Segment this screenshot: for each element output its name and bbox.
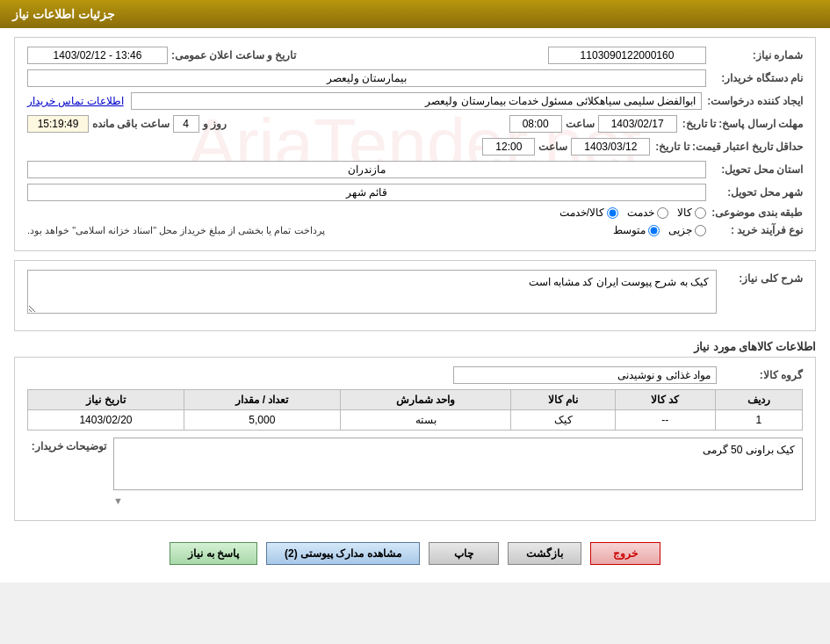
row-ijad-konande: ایجاد کننده درخواست: ابوالفضل سلیمی سیاه… bbox=[27, 92, 803, 110]
sherh-section: شرح کلی نیاز: <script>document.currentSc… bbox=[14, 260, 816, 331]
tabaqe-kala-option[interactable]: کالا bbox=[677, 206, 706, 219]
col-tarikh-niaz: تاریخ نیاز bbox=[28, 390, 184, 410]
hadaqal-saat-label: ساعت bbox=[538, 141, 567, 153]
payment-note: پرداخت تمام یا بخشی از مبلغ خریداز محل "… bbox=[27, 225, 325, 236]
tabaqe-khadmat-option[interactable]: خدمت bbox=[627, 206, 668, 219]
mohlat-baqi-label: ساعت باقی مانده bbox=[92, 118, 170, 130]
row-hadaqal: حداقل تاریخ اعتبار قیمت: تا تاریخ: 1403/… bbox=[27, 138, 803, 156]
nam-dastgah-label: نام دستگاه خریدار: bbox=[706, 72, 803, 84]
shomare-niaz-value: 1103090122000160 bbox=[548, 47, 706, 64]
hadaqal-label: حداقل تاریخ اعتبار قیمت: تا تاریخ: bbox=[650, 141, 803, 153]
tawzih-label: توضیحات خریدار: bbox=[27, 438, 106, 452]
table-row: 1--کیکبسته5,0001403/02/20 bbox=[28, 410, 803, 431]
mohlat-date: 1403/02/17 bbox=[598, 115, 677, 133]
tarikh-elan-value: 1403/02/12 - 13:46 bbox=[27, 47, 168, 64]
mohlat-label: مهلت ارسال پاسخ: تا تاریخ: bbox=[677, 118, 803, 130]
sherh-label: شرح کلی نیاز: bbox=[724, 270, 803, 285]
page-title: جزئیات اطلاعات نیاز bbox=[12, 7, 115, 21]
ostan-value: مازندران bbox=[27, 161, 706, 178]
khorooj-button[interactable]: خروج bbox=[590, 542, 660, 565]
gorohe-kala-value: مواد غذائی و نوشیدنی bbox=[453, 366, 717, 384]
ettelaat-tamas-link[interactable]: اطلاعات تماس خریدار bbox=[27, 95, 124, 107]
page-header: جزئیات اطلاعات نیاز bbox=[0, 0, 830, 28]
row-mohlat: مهلت ارسال پاسخ: تا تاریخ: 1403/02/17 سا… bbox=[27, 115, 803, 133]
row-nam-dastgah: نام دستگاه خریدار: بیمارستان ولیعصر bbox=[27, 69, 803, 87]
col-nam-kala: نام کالا bbox=[511, 390, 616, 410]
gorohe-kala-row: گروه کالا: مواد غذائی و نوشیدنی bbox=[27, 366, 803, 384]
sherh-row: شرح کلی نیاز: <script>document.currentSc… bbox=[27, 270, 803, 316]
noefarayand-jazii-option[interactable]: جزیی bbox=[668, 224, 706, 236]
nam-dastgah-value: بیمارستان ولیعصر bbox=[27, 69, 706, 87]
tabaqe-khadmat-radio[interactable] bbox=[657, 207, 668, 219]
tawzih-value: کیک براونی 50 گرمی bbox=[113, 438, 803, 490]
gorohe-kala-content: مواد غذائی و نوشیدنی bbox=[27, 366, 717, 384]
noefarayand-motavasset-option[interactable]: متوسط bbox=[613, 224, 660, 236]
ijad-konande-label: ایجاد کننده درخواست: bbox=[702, 95, 803, 107]
shomare-niaz-label: شماره نیاز: bbox=[706, 49, 803, 62]
ijad-konande-value: ابوالفضل سلیمی سیاهکلائی مسئول خدمات بیم… bbox=[131, 92, 703, 110]
mohlat-roz: 4 bbox=[173, 115, 199, 133]
mohlat-saat: 08:00 bbox=[509, 115, 562, 133]
shahr-value: قائم شهر bbox=[27, 184, 706, 201]
mosha-button[interactable]: مشاهده مدارک پیوستی (2) bbox=[266, 542, 420, 565]
bazgasht-button[interactable]: بازگشت bbox=[508, 542, 581, 565]
col-kod-kala: کد کالا bbox=[615, 390, 715, 410]
bottom-buttons: پاسخ به نیاز مشاهده مدارک پیوستی (2) چاپ… bbox=[14, 530, 816, 574]
noefarayand-motavasset-label: متوسط bbox=[613, 224, 646, 236]
tabaqe-kala-khadmat-option[interactable]: کالا/خدمت bbox=[559, 206, 618, 219]
noefarayand-label: نوع فرآیند خرید : bbox=[706, 224, 803, 236]
hadaqal-date: 1403/03/12 bbox=[571, 138, 650, 156]
tabaqe-kala-radio[interactable] bbox=[695, 207, 706, 219]
noefarayand-motavasset-radio[interactable] bbox=[648, 225, 660, 236]
row-shomare-tarikh: شماره نیاز: 1103090122000160 تاریخ و ساع… bbox=[27, 47, 803, 64]
hadaqal-saat: 12:00 bbox=[482, 138, 535, 156]
mohlat-saat-label: ساعت bbox=[566, 118, 595, 130]
mohlat-roz-label: روز و bbox=[203, 118, 227, 130]
noefarayand-jazii-radio[interactable] bbox=[695, 225, 706, 236]
col-radif: ردیف bbox=[715, 390, 802, 410]
tawzih-content: کیک براونی 50 گرمی ▼ bbox=[113, 438, 803, 506]
noefarayand-radio-group: جزیی متوسط bbox=[613, 224, 706, 236]
sherh-content: <script>document.currentScript.closest('… bbox=[27, 270, 717, 316]
tabaqe-khadmat-label: خدمت bbox=[627, 206, 654, 219]
sherh-textarea[interactable]: <script>document.currentScript.closest('… bbox=[27, 270, 717, 314]
tabaqe-label: طبقه بندی موضوعی: bbox=[706, 206, 803, 219]
row-noefarayand: نوع فرآیند خرید : جزیی متوسط پرداخت تمام… bbox=[27, 224, 803, 236]
tabaqe-radio-group: کالا خدمت کالا/خدمت bbox=[559, 206, 706, 219]
tabaqe-kala-label: کالا bbox=[677, 206, 692, 219]
row-tabaqe: طبقه بندی موضوعی: کالا خدمت کالا/خدمت bbox=[27, 206, 803, 219]
gorohe-kala-label: گروه کالا: bbox=[724, 366, 803, 381]
shahr-label: شهر محل تحویل: bbox=[706, 186, 803, 199]
col-tedad-meqdar: تعداد / مقدار bbox=[184, 390, 340, 410]
main-form: AriaTender.net شماره نیاز: 1103090122000… bbox=[14, 37, 816, 251]
mohlat-countdown: 15:19:49 bbox=[27, 115, 89, 133]
noefarayand-jazii-label: جزیی bbox=[668, 224, 692, 236]
col-vahed-shomares: واحد شمارش bbox=[340, 390, 511, 410]
chap-button[interactable]: چاپ bbox=[429, 542, 499, 565]
ostan-label: استان محل تحویل: bbox=[706, 163, 803, 176]
kala-section: گروه کالا: مواد غذائی و نوشیدنی ردیف کد … bbox=[14, 357, 816, 521]
row-ostan: استان محل تحویل: مازندران bbox=[27, 161, 803, 178]
tarikh-elan-label: تاریخ و ساعت اعلان عمومی: bbox=[171, 49, 296, 62]
row-shahr: شهر محل تحویل: قائم شهر bbox=[27, 184, 803, 201]
paskh-button[interactable]: پاسخ به نیاز bbox=[170, 542, 257, 565]
tabaqe-kala-khadmat-label: کالا/خدمت bbox=[559, 206, 604, 219]
tabaqe-kala-khadmat-radio[interactable] bbox=[607, 207, 618, 219]
kala-info-title: اطلاعات کالاهای مورد نیاز bbox=[14, 340, 816, 353]
kala-table: ردیف کد کالا نام کالا واحد شمارش تعداد /… bbox=[27, 389, 803, 431]
tawzih-row: کیک براونی 50 گرمی ▼ توضیحات خریدار: bbox=[27, 438, 803, 506]
